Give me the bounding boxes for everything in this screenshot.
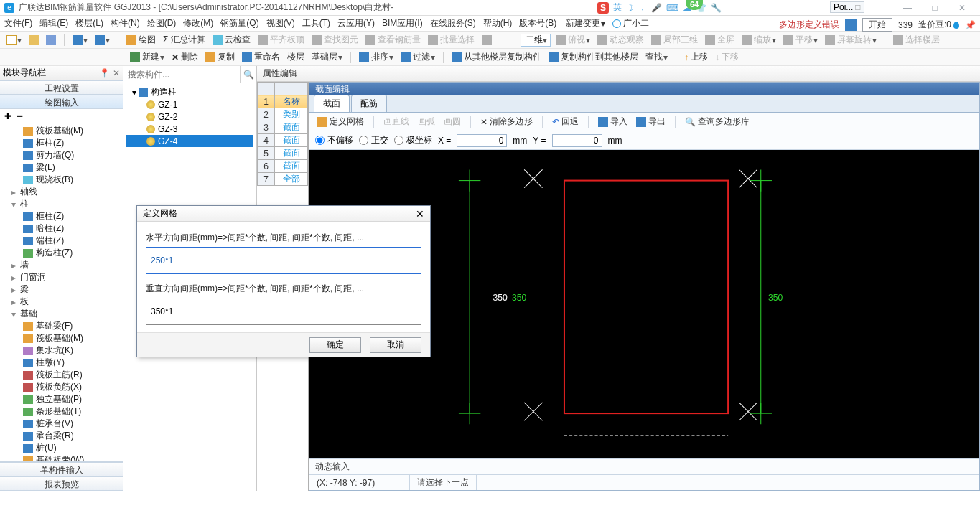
copy-to-floor-button[interactable]: 复制构件到其他楼层: [546, 51, 640, 63]
level-top-button[interactable]: 平齐板顶: [256, 34, 307, 46]
ime-kb-icon[interactable]: ⌨: [666, 3, 678, 13]
undo-button[interactable]: ▾: [70, 35, 90, 45]
tree-node[interactable]: 构造柱(Z): [3, 247, 121, 259]
select-floor-button[interactable]: 选择楼层: [891, 34, 942, 46]
tree-node[interactable]: ▸板: [3, 296, 121, 308]
member-item[interactable]: GZ-2: [126, 110, 253, 123]
dyn-observe-button[interactable]: 动态观察: [595, 34, 646, 46]
tree-node[interactable]: 独立基础(P): [3, 393, 121, 405]
redo-button[interactable]: ▾: [93, 35, 112, 45]
ime-wrench-icon[interactable]: 🔧: [711, 3, 722, 13]
sogou-icon[interactable]: S: [597, 2, 609, 14]
minimize-button[interactable]: —: [894, 3, 921, 13]
tree-node[interactable]: 集水坑(K): [3, 344, 121, 357]
tab-section[interactable]: 截面: [314, 95, 350, 112]
menu-cloud[interactable]: 云应用(Y): [337, 17, 375, 29]
tree-node[interactable]: 基础梁(F): [3, 320, 121, 332]
x-input[interactable]: [457, 134, 507, 147]
pin-icon[interactable]: 📍: [99, 68, 110, 78]
find-elem-button[interactable]: 查找图元: [309, 34, 360, 46]
tree-node[interactable]: 剪力墙(Q): [3, 149, 121, 161]
y-input[interactable]: [552, 134, 602, 147]
radio-ortho[interactable]: 正交: [359, 134, 388, 146]
menu-floor[interactable]: 楼层(L): [75, 17, 103, 29]
undo-button[interactable]: ↶回退: [550, 116, 581, 128]
menu-new-change[interactable]: 新建变更▾: [564, 17, 605, 29]
new-member-button[interactable]: 新建▾: [128, 51, 167, 63]
tree-node[interactable]: 筏板主筋(R): [3, 369, 121, 381]
tree-node[interactable]: ▸墙: [3, 259, 121, 271]
tree-node[interactable]: 框柱(Z): [3, 137, 121, 149]
member-item-selected[interactable]: GZ-4: [126, 135, 253, 147]
twisty-icon[interactable]: ▸: [10, 297, 17, 307]
pan-button[interactable]: 平移▾: [781, 34, 820, 46]
acc-draw-input[interactable]: 绘图输入: [0, 95, 123, 109]
close-button[interactable]: ✕: [948, 3, 976, 13]
ime-bar[interactable]: S 英 ☽ ， 🎤 ⌨ ☁ 👕 🔧: [597, 1, 722, 14]
open-button[interactable]: [27, 35, 41, 45]
tree-node[interactable]: 基础板带(W): [3, 454, 121, 461]
twisty-icon[interactable]: ▸: [10, 187, 17, 197]
pin-icon[interactable]: 📌: [965, 20, 976, 30]
rename-button[interactable]: 重命名: [240, 51, 282, 63]
radio-no-offset[interactable]: 不偏移: [315, 134, 353, 146]
draw-button[interactable]: 绘图: [124, 34, 158, 46]
ime-comma-icon[interactable]: ，: [638, 1, 647, 14]
member-item[interactable]: GZ-1: [126, 98, 253, 110]
tb1-extra-button[interactable]: [480, 35, 494, 45]
tree-node[interactable]: 条形基础(T): [3, 405, 121, 418]
menu-help[interactable]: 帮助(H): [483, 17, 513, 29]
tree-node[interactable]: 桩承台(V): [3, 418, 121, 430]
twisty-icon[interactable]: ▸: [10, 285, 17, 295]
menu-bim[interactable]: BIM应用(I): [382, 17, 423, 29]
batch-select-button[interactable]: 批量选择: [426, 34, 477, 46]
menu-view[interactable]: 视图(V): [266, 17, 295, 29]
copy-button[interactable]: 复制: [203, 51, 237, 63]
local-3d-button[interactable]: 局部三维: [649, 34, 700, 46]
radio-polar[interactable]: 极坐标: [394, 134, 432, 146]
menu-modify[interactable]: 修改(M): [183, 17, 213, 29]
menu-draw[interactable]: 绘图(D): [147, 17, 177, 29]
view-rebar-button[interactable]: 查看钢筋量: [363, 34, 423, 46]
dialog-input-vertical[interactable]: [146, 298, 421, 325]
member-root[interactable]: ▾构造柱: [126, 86, 253, 98]
menu-edit[interactable]: 编辑(E): [39, 17, 68, 29]
menu-tool[interactable]: 工具(T): [302, 17, 330, 29]
twisty-icon[interactable]: ▸: [10, 273, 17, 283]
import-button[interactable]: 导入: [596, 116, 630, 128]
download-icon[interactable]: [845, 19, 857, 31]
move-up-button[interactable]: ↑上移: [682, 51, 710, 63]
member-item[interactable]: GZ-3: [126, 123, 253, 135]
move-down-button[interactable]: ↓下移: [713, 51, 741, 63]
dialog-input-horizontal[interactable]: [146, 247, 421, 274]
tree-node[interactable]: 筏板基础(M): [3, 125, 121, 137]
save-button[interactable]: [44, 35, 58, 45]
top-view-button[interactable]: 俯视▾: [554, 34, 592, 46]
cloud-check-button[interactable]: 云检查: [210, 34, 253, 46]
tree-node[interactable]: 暗柱(Z): [3, 222, 121, 235]
tree-node[interactable]: 柱墩(Y): [3, 357, 121, 369]
sum-button[interactable]: Σ 汇总计算: [161, 34, 207, 46]
twisty-icon[interactable]: ▾: [10, 309, 17, 319]
menu-guangxiaoer[interactable]: 广小二: [612, 17, 649, 29]
draw-arc-button[interactable]: 画弧: [416, 116, 437, 128]
tree-node[interactable]: ▸门窗洞: [3, 271, 121, 283]
fullscreen-button[interactable]: 全屏: [703, 34, 737, 46]
acc-project-settings[interactable]: 工程设置: [0, 80, 123, 95]
panel-close-icon[interactable]: ✕: [113, 68, 120, 78]
ime-lang[interactable]: 英: [613, 1, 622, 14]
expand-all-icon[interactable]: ✚: [4, 111, 11, 121]
basement-combo[interactable]: 基础层▾: [309, 51, 345, 63]
tree-node[interactable]: 现浇板(B): [3, 174, 121, 186]
tree-node[interactable]: 桩(U): [3, 442, 121, 454]
tree-node[interactable]: 筏板负筋(X): [3, 381, 121, 393]
tree-node[interactable]: 承台梁(R): [3, 430, 121, 442]
twisty-icon[interactable]: ▾: [10, 199, 17, 210]
poi-box[interactable]: Poi...□: [830, 1, 864, 13]
tree-node[interactable]: ▸轴线: [3, 186, 121, 198]
module-tree[interactable]: 筏板基础(M)框柱(Z)剪力墙(Q)梁(L)现浇板(B)▸轴线▾柱框柱(Z)暗柱…: [0, 123, 123, 461]
tree-node[interactable]: 端柱(Z): [3, 235, 121, 247]
dialog-cancel-button[interactable]: 取消: [370, 337, 421, 353]
draw-circle-button[interactable]: 画圆: [442, 116, 463, 128]
collapse-all-icon[interactable]: ━: [17, 111, 22, 121]
